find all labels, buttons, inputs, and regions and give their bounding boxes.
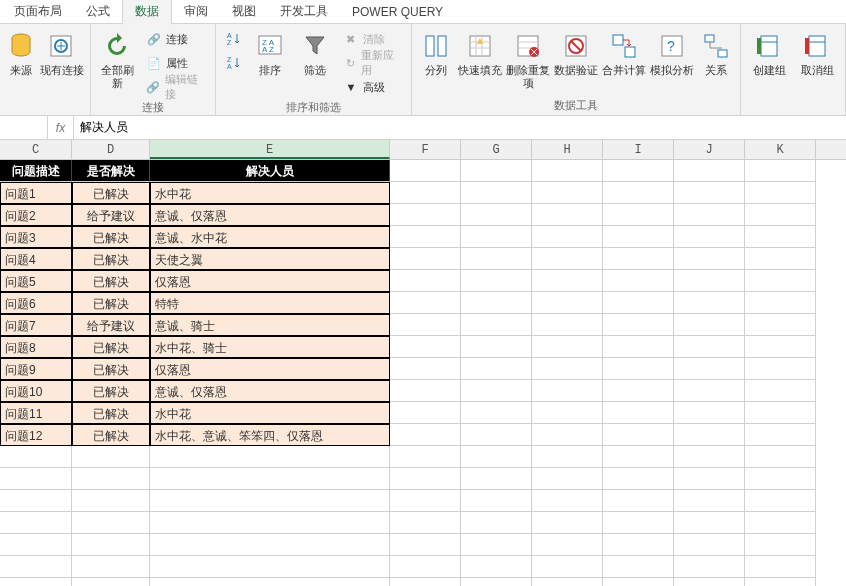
name-box[interactable] (0, 116, 48, 139)
cell-solved[interactable]: 已解决 (72, 424, 150, 446)
cell-solved[interactable]: 已解决 (72, 182, 150, 204)
cell-person[interactable]: 特特 (150, 292, 390, 314)
cell-person[interactable]: 意诚、骑士 (150, 314, 390, 336)
funnel-icon (299, 30, 331, 62)
col-header-h[interactable]: H (532, 140, 603, 159)
advanced-icon: ▼ (343, 79, 359, 95)
tab-formulas[interactable]: 公式 (74, 0, 122, 24)
col-header-k[interactable]: K (745, 140, 816, 159)
cell-desc[interactable]: 问题11 (0, 402, 72, 424)
cell-desc[interactable]: 问题7 (0, 314, 72, 336)
cell-desc[interactable]: 问题10 (0, 380, 72, 402)
edit-links-button[interactable]: 🔗编辑链接 (142, 76, 209, 98)
tab-powerquery[interactable]: POWER QUERY (340, 1, 455, 23)
cell-solved[interactable]: 已解决 (72, 358, 150, 380)
col-header-c[interactable]: C (0, 140, 72, 159)
clear-button[interactable]: ✖清除 (339, 28, 405, 50)
table-row: 问题3已解决意诚、水中花 (0, 226, 846, 248)
link-icon: 🔗 (146, 31, 162, 47)
connections-button[interactable]: 🔗连接 (142, 28, 209, 50)
fx-icon[interactable]: fx (48, 116, 74, 139)
tab-view[interactable]: 视图 (220, 0, 268, 24)
svg-rect-22 (718, 50, 727, 57)
cell-desc[interactable]: 问题4 (0, 248, 72, 270)
formula-input[interactable] (74, 116, 846, 139)
tab-review[interactable]: 审阅 (172, 0, 220, 24)
cell-desc[interactable]: 问题8 (0, 336, 72, 358)
remove-duplicates-button[interactable]: 删除重复项 (506, 26, 550, 90)
th-desc[interactable]: 问题描述 (0, 160, 72, 182)
svg-rect-10 (426, 36, 434, 56)
cell-solved[interactable]: 已解决 (72, 336, 150, 358)
svg-rect-24 (757, 38, 761, 54)
cell-desc[interactable]: 问题12 (0, 424, 72, 446)
th-solved[interactable]: 是否解决 (72, 160, 150, 182)
sort-button[interactable]: Z AA Z 排序 (250, 26, 290, 77)
refresh-all-button[interactable]: 全部刷新 (97, 26, 138, 90)
cell-solved[interactable]: 已解决 (72, 402, 150, 424)
group-label-datatools: 数据工具 (418, 96, 734, 115)
cell-solved[interactable]: 给予建议 (72, 204, 150, 226)
cell-solved[interactable]: 已解决 (72, 226, 150, 248)
group-sort-filter: AZ ZA Z AA Z 排序 筛选 ✖清除 ↻重新应用 ▼高级 排序和筛选 (216, 24, 412, 115)
svg-rect-21 (705, 35, 714, 42)
col-header-e[interactable]: E (150, 140, 390, 159)
cell-person[interactable]: 意诚、仅落恩 (150, 380, 390, 402)
cell-solved[interactable]: 已解决 (72, 292, 150, 314)
group-button[interactable]: 创建组 (747, 26, 791, 77)
reapply-button[interactable]: ↻重新应用 (339, 52, 405, 74)
tab-data[interactable]: 数据 (122, 0, 172, 25)
existing-connections-button[interactable]: 现有连接 (40, 26, 84, 77)
filter-button[interactable]: 筛选 (294, 26, 334, 77)
ungroup-button[interactable]: 取消组 (795, 26, 839, 77)
cell-desc[interactable]: 问题1 (0, 182, 72, 204)
cell-desc[interactable]: 问题6 (0, 292, 72, 314)
col-header-f[interactable]: F (390, 140, 461, 159)
flash-fill-button[interactable]: 快速填充 (458, 26, 502, 77)
cell-solved[interactable]: 已解决 (72, 380, 150, 402)
sort-asc-button[interactable]: AZ (222, 28, 246, 50)
col-header-g[interactable]: G (461, 140, 532, 159)
clear-icon: ✖ (343, 31, 359, 47)
existing-conn-icon (46, 30, 78, 62)
consolidate-button[interactable]: 合并计算 (602, 26, 646, 77)
cell-person[interactable]: 仅落恩 (150, 358, 390, 380)
cell-desc[interactable]: 问题3 (0, 226, 72, 248)
col-header-j[interactable]: J (674, 140, 745, 159)
what-if-button[interactable]: ? 模拟分析 (650, 26, 694, 77)
advanced-button[interactable]: ▼高级 (339, 76, 405, 98)
cell-person[interactable]: 天使之翼 (150, 248, 390, 270)
cell-person[interactable]: 意诚、仅落恩 (150, 204, 390, 226)
tab-layout[interactable]: 页面布局 (2, 0, 74, 24)
data-validation-button[interactable]: 数据验证 (554, 26, 598, 77)
group-label-sortfilter: 排序和筛选 (222, 98, 405, 117)
cell-desc[interactable]: 问题5 (0, 270, 72, 292)
cell-person[interactable]: 仅落恩 (150, 270, 390, 292)
cell-solved[interactable]: 已解决 (72, 270, 150, 292)
cell-person[interactable]: 意诚、水中花 (150, 226, 390, 248)
grid[interactable]: 问题描述 是否解决 解决人员 问题1已解决水中花问题2给予建议意诚、仅落恩问题3… (0, 160, 846, 586)
cell-person[interactable]: 水中花、意诚、笨笨四、仅落恩 (150, 424, 390, 446)
consolidate-icon (608, 30, 640, 62)
cell-solved[interactable]: 给予建议 (72, 314, 150, 336)
sort-desc-button[interactable]: ZA (222, 52, 246, 74)
cell-desc[interactable]: 问题9 (0, 358, 72, 380)
col-header-d[interactable]: D (72, 140, 150, 159)
table-row: 问题7给予建议意诚、骑士 (0, 314, 846, 336)
relationships-button[interactable]: 关系 (698, 26, 734, 77)
col-header-i[interactable]: I (603, 140, 674, 159)
text-to-columns-button[interactable]: 分列 (418, 26, 454, 77)
cell-person[interactable]: 水中花 (150, 402, 390, 424)
properties-icon: 📄 (146, 55, 162, 71)
group-get-data: 来源 现有连接 (0, 24, 91, 115)
cell-desc[interactable]: 问题2 (0, 204, 72, 226)
table-row: 问题5已解决仅落恩 (0, 270, 846, 292)
properties-button[interactable]: 📄属性 (142, 52, 209, 74)
cell-solved[interactable]: 已解决 (72, 248, 150, 270)
th-person[interactable]: 解决人员 (150, 160, 390, 182)
from-source-button[interactable]: 来源 (6, 26, 36, 77)
tab-developer[interactable]: 开发工具 (268, 0, 340, 24)
column-headers: C D E F G H I J K (0, 140, 846, 160)
cell-person[interactable]: 水中花 (150, 182, 390, 204)
cell-person[interactable]: 水中花、骑士 (150, 336, 390, 358)
